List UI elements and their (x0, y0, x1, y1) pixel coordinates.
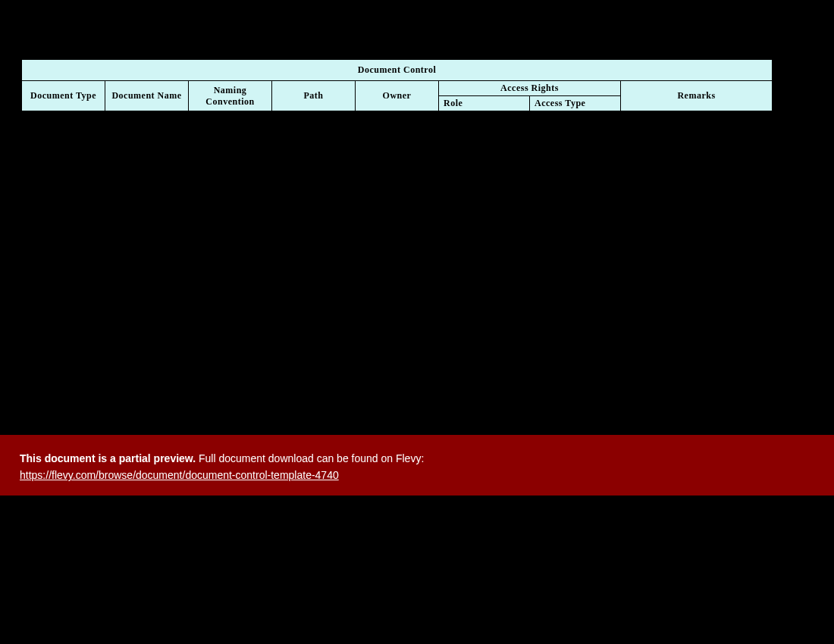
col-remarks: Remarks (621, 81, 773, 111)
banner-rest-text: Full document download can be found on F… (196, 452, 424, 464)
col-path: Path (272, 81, 356, 111)
col-owner: Owner (356, 81, 439, 111)
document-control-table: Document Control Document Type Document … (21, 59, 773, 111)
col-access-type: Access Type (530, 96, 621, 111)
banner-link[interactable]: https://flevy.com/browse/document/docume… (20, 469, 339, 481)
col-access-rights: Access Rights (439, 81, 621, 96)
document-control-sheet: Document Control Document Type Document … (21, 59, 772, 111)
banner-bold-text: This document is a partial preview. (20, 452, 196, 464)
col-doc-type: Document Type (22, 81, 105, 111)
preview-banner: This document is a partial preview. Full… (0, 435, 834, 496)
table-title: Document Control (22, 60, 773, 81)
title-row: Document Control (22, 60, 773, 81)
page-root: Document Control Document Type Document … (0, 0, 834, 644)
col-doc-name: Document Name (105, 81, 189, 111)
col-naming-conv: Naming Convention (189, 81, 272, 111)
col-role: Role (439, 96, 530, 111)
header-row-1: Document Type Document Name Naming Conve… (22, 81, 773, 96)
